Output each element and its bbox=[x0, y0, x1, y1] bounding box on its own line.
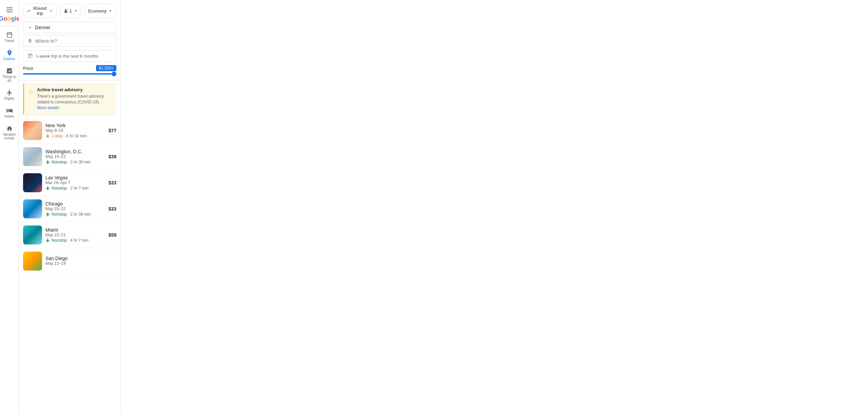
dest-stops: 1 stop · 6 hr 32 min bbox=[45, 134, 105, 138]
price-filter-row: Price $1,550+ bbox=[23, 65, 116, 71]
destination-list-item[interactable]: Washington, D.C. May 15–22 Nonstop · 3 h… bbox=[19, 144, 120, 170]
destination-input-row[interactable] bbox=[23, 35, 116, 47]
trip-controls: Round trip 1 Economy bbox=[23, 3, 116, 18]
dest-price: $77 bbox=[109, 128, 116, 133]
round-trip-button[interactable]: Round trip bbox=[23, 3, 57, 18]
dest-stops: Nonstop · 2 hr 7 min bbox=[45, 186, 105, 191]
dest-thumbnail bbox=[23, 252, 42, 271]
dest-price: $33 bbox=[109, 206, 116, 212]
destination-pin-icon bbox=[27, 38, 33, 44]
hamburger-button[interactable] bbox=[4, 5, 15, 14]
dest-thumbnail bbox=[23, 121, 42, 140]
dest-info: Las Vegas Mar 29–Apr 7 Nonstop · 2 hr 7 … bbox=[45, 175, 105, 191]
passengers-chevron-icon bbox=[73, 8, 78, 13]
dest-dates: Mar 29–Apr 7 bbox=[45, 180, 105, 185]
flight-icon bbox=[45, 186, 50, 191]
dest-name: Washington, D.C. bbox=[45, 149, 105, 154]
roundtrip-chevron-icon bbox=[49, 8, 53, 13]
dest-name: Las Vegas bbox=[45, 175, 105, 180]
sidebar-item-travel[interactable]: Travel bbox=[1, 29, 18, 45]
dest-dates: May 15–21 bbox=[45, 233, 105, 237]
destination-list-item[interactable]: San Diego May 13–19 bbox=[19, 248, 120, 274]
sidebar-item-hotels[interactable]: Hotels bbox=[1, 104, 18, 121]
sidebar-item-explore[interactable]: Explore bbox=[1, 47, 18, 63]
roundtrip-icon bbox=[27, 8, 31, 13]
flight-stop-icon bbox=[45, 134, 50, 138]
sidebar-item-vacation-rentals[interactable]: Vacation rentals bbox=[1, 122, 18, 143]
dest-stops: Nonstop · 2 hr 39 min bbox=[45, 212, 105, 217]
dest-price: $33 bbox=[109, 180, 116, 185]
dest-info: Washington, D.C. May 15–22 Nonstop · 3 h… bbox=[45, 149, 105, 164]
dest-thumbnail bbox=[23, 225, 42, 244]
advisory-link[interactable]: More details bbox=[37, 105, 59, 110]
class-button[interactable]: Economy bbox=[84, 3, 116, 18]
sidebar-item-flights[interactable]: Flights bbox=[1, 86, 18, 103]
left-nav-strip: Google Travel Explore Things to do Fligh… bbox=[0, 0, 19, 414]
class-chevron-icon bbox=[108, 8, 113, 13]
dest-name: Chicago bbox=[45, 201, 105, 206]
destination-list-item[interactable]: Chicago May 15–22 Nonstop · 2 hr 39 min … bbox=[19, 196, 120, 222]
flight-icon bbox=[45, 160, 50, 164]
person-icon bbox=[63, 8, 68, 13]
dest-name: New York bbox=[45, 123, 105, 128]
dest-name: Miami bbox=[45, 227, 105, 233]
advisory-icon: ⚠ bbox=[28, 88, 34, 111]
dest-thumbnail bbox=[23, 147, 42, 166]
destination-list-item[interactable]: Miami May 15–21 Nonstop · 4 hr 7 min $59 bbox=[19, 222, 120, 248]
passengers-button[interactable]: 1 bbox=[60, 3, 82, 18]
origin-dot-icon bbox=[27, 25, 33, 30]
dest-stops: Nonstop · 4 hr 7 min bbox=[45, 238, 105, 243]
dest-thumbnail bbox=[23, 199, 42, 218]
svg-point-0 bbox=[29, 27, 31, 28]
calendar-icon bbox=[27, 53, 33, 59]
date-selector[interactable]: 1-week trip in the next 6 months bbox=[23, 50, 116, 62]
price-value-badge: $1,550+ bbox=[96, 65, 116, 71]
dest-info: Miami May 15–21 Nonstop · 4 hr 7 min bbox=[45, 227, 105, 243]
destination-list: New York May 9–15 1 stop · 6 hr 32 min $… bbox=[19, 118, 120, 414]
dest-info: San Diego May 13–19 bbox=[45, 256, 113, 267]
price-label: Price bbox=[23, 66, 33, 71]
dest-name: San Diego bbox=[45, 256, 113, 261]
destination-list-item[interactable]: Las Vegas Mar 29–Apr 7 Nonstop · 2 hr 7 … bbox=[19, 170, 120, 196]
origin-input[interactable] bbox=[35, 25, 112, 30]
google-logo: Google bbox=[0, 16, 20, 22]
dest-thumbnail bbox=[23, 173, 42, 192]
dest-dates: May 15–22 bbox=[45, 206, 105, 211]
flight-icon bbox=[45, 212, 50, 217]
price-slider-thumb[interactable] bbox=[112, 72, 116, 76]
left-panel: Round trip 1 Economy bbox=[19, 0, 121, 414]
price-slider-fill bbox=[23, 73, 116, 75]
advisory-text: There's a government travel advisory rel… bbox=[37, 94, 112, 111]
location-inputs bbox=[23, 22, 116, 47]
dest-dates: May 13–19 bbox=[45, 261, 113, 266]
flight-icon bbox=[45, 238, 50, 243]
price-slider-track[interactable] bbox=[23, 73, 116, 75]
travel-advisory: ⚠ Active travel advisory There's a gover… bbox=[23, 83, 116, 115]
dest-stops: Nonstop · 3 hr 30 min bbox=[45, 160, 105, 164]
dest-price: $59 bbox=[109, 232, 116, 238]
destination-input[interactable] bbox=[35, 38, 112, 44]
sidebar-item-things-to-do[interactable]: Things to do bbox=[1, 65, 18, 85]
origin-input-row[interactable] bbox=[23, 22, 116, 33]
destination-list-item[interactable]: New York May 9–15 1 stop · 6 hr 32 min $… bbox=[19, 118, 120, 144]
advisory-title: Active travel advisory bbox=[37, 87, 112, 92]
search-controls: Round trip 1 Economy bbox=[19, 0, 120, 80]
dest-dates: May 9–15 bbox=[45, 128, 105, 133]
dest-dates: May 15–22 bbox=[45, 154, 105, 159]
dest-info: Chicago May 15–22 Nonstop · 2 hr 39 min bbox=[45, 201, 105, 217]
dest-info: New York May 9–15 1 stop · 6 hr 32 min bbox=[45, 123, 105, 138]
dest-price: $39 bbox=[109, 154, 116, 159]
